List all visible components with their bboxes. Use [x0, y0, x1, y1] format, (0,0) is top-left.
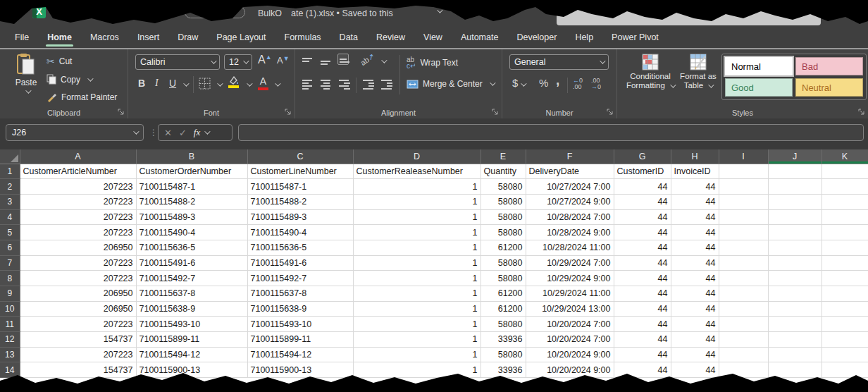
- column-header-A[interactable]: A: [20, 149, 136, 164]
- align-center-icon[interactable]: [321, 79, 332, 90]
- cell-I5[interactable]: [719, 225, 768, 240]
- align-top-icon[interactable]: [302, 56, 314, 67]
- cell-A14[interactable]: 154737: [20, 362, 136, 378]
- name-box[interactable]: J26: [6, 124, 144, 141]
- format-as-table-button[interactable]: Format asTable: [678, 54, 719, 90]
- cell-K8[interactable]: [822, 271, 868, 286]
- row-header-4[interactable]: 4: [0, 209, 20, 225]
- tab-automate[interactable]: Automate: [452, 28, 508, 48]
- cell-J4[interactable]: [768, 209, 822, 225]
- cell-A6[interactable]: 206950: [20, 240, 136, 255]
- chevron-down-icon[interactable]: [381, 57, 387, 63]
- cell-H9[interactable]: 44: [671, 286, 719, 302]
- cell-K10[interactable]: [822, 301, 868, 317]
- cell-K2[interactable]: [822, 179, 868, 195]
- dialog-launcher-icon[interactable]: [858, 109, 865, 116]
- cell-C9[interactable]: 7100115637-8: [247, 286, 353, 302]
- cell-K4[interactable]: [822, 209, 868, 225]
- row-header-14[interactable]: 14: [0, 362, 20, 378]
- cell-G2[interactable]: 44: [614, 179, 671, 195]
- cell-A1[interactable]: CustomerArticleNumber: [20, 164, 136, 179]
- cell-D9[interactable]: 1: [353, 286, 480, 302]
- cell-H12[interactable]: 44: [671, 332, 719, 348]
- currency-format-button[interactable]: $: [512, 77, 525, 89]
- cell-H13[interactable]: 44: [671, 347, 719, 362]
- cell-F9[interactable]: 10/29/2024 11:00: [526, 286, 614, 302]
- cell-F13[interactable]: 10/20/2024 9:00: [526, 347, 614, 362]
- increase-indent-icon[interactable]: [381, 79, 392, 90]
- cell-J6[interactable]: [768, 240, 822, 255]
- paste-button[interactable]: Paste: [10, 53, 42, 108]
- cell-G4[interactable]: 44: [614, 209, 671, 225]
- cell-H8[interactable]: 44: [671, 271, 719, 286]
- cell-B6[interactable]: 7100115636-5: [136, 240, 247, 255]
- tab-data[interactable]: Data: [330, 28, 367, 48]
- cell-B10[interactable]: 7100115638-9: [136, 301, 247, 317]
- cell-I3[interactable]: [719, 194, 768, 209]
- tab-macros[interactable]: Macros: [81, 28, 128, 48]
- cell-I2[interactable]: [719, 179, 768, 195]
- cell-D3[interactable]: 1: [353, 194, 480, 209]
- cell-B11[interactable]: 7100115493-10: [136, 317, 247, 332]
- cell-F5[interactable]: 10/28/2024 9:00: [526, 225, 614, 240]
- cell-C3[interactable]: 7100115488-2: [247, 194, 353, 209]
- cell-C8[interactable]: 7100115492-7: [247, 271, 353, 286]
- enter-icon[interactable]: ✓: [179, 128, 187, 138]
- cell-G12[interactable]: 44: [614, 332, 671, 348]
- cell-F7[interactable]: 10/29/2024 7:00: [526, 255, 614, 271]
- cell-K14[interactable]: [822, 362, 868, 378]
- tab-view[interactable]: View: [414, 28, 452, 48]
- tab-power-pivot[interactable]: Power Pivot: [602, 28, 668, 48]
- column-header-I[interactable]: I: [719, 149, 768, 164]
- cell-E11[interactable]: 58080: [480, 317, 526, 332]
- cell-E1[interactable]: Quantity: [480, 164, 526, 179]
- cell-C2[interactable]: 7100115487-1: [247, 179, 353, 195]
- cell-I13[interactable]: [719, 347, 768, 362]
- chevron-down-icon[interactable]: [183, 80, 189, 86]
- cell-H5[interactable]: 44: [671, 225, 719, 240]
- cell-C13[interactable]: 7100115494-12: [247, 347, 353, 362]
- column-header-J[interactable]: J: [768, 149, 822, 164]
- cell-F4[interactable]: 10/28/2024 7:00: [526, 209, 614, 225]
- tab-home[interactable]: Home: [38, 28, 81, 48]
- cell-I1[interactable]: [719, 164, 768, 179]
- cell-H10[interactable]: 44: [671, 301, 719, 317]
- cell-G9[interactable]: 44: [614, 286, 671, 302]
- cell-style-good[interactable]: Good: [725, 78, 793, 97]
- cell-B9[interactable]: 7100115637-8: [136, 286, 247, 302]
- cell-A5[interactable]: 207223: [20, 225, 136, 240]
- dialog-launcher-icon[interactable]: [285, 109, 292, 116]
- tab-file[interactable]: File: [6, 28, 38, 48]
- fill-color-button[interactable]: [228, 76, 240, 88]
- decrease-decimal-button[interactable]: .00→0: [591, 78, 601, 90]
- cell-D11[interactable]: 1: [353, 317, 480, 332]
- cell-H1[interactable]: InvoiceID: [671, 164, 719, 179]
- cell-D5[interactable]: 1: [353, 225, 480, 240]
- row-header-13[interactable]: 13: [0, 347, 20, 362]
- cell-B5[interactable]: 7100115490-4: [136, 225, 247, 240]
- cell-B4[interactable]: 7100115489-3: [136, 209, 247, 225]
- cell-C6[interactable]: 7100115636-5: [247, 240, 353, 255]
- cell-J14[interactable]: [768, 362, 822, 378]
- cell-B8[interactable]: 7100115492-7: [136, 271, 247, 286]
- cell-C14[interactable]: 7100115900-13: [247, 362, 353, 378]
- cell-J5[interactable]: [768, 225, 822, 240]
- merge-center-button[interactable]: Merge & Center: [407, 79, 494, 89]
- cell-J2[interactable]: [768, 179, 822, 195]
- column-header-G[interactable]: G: [614, 149, 671, 164]
- cell-F10[interactable]: 10/29/2024 13:00: [526, 301, 614, 317]
- cell-D4[interactable]: 1: [353, 209, 480, 225]
- dialog-launcher-icon[interactable]: [118, 109, 125, 116]
- cell-D8[interactable]: 1: [353, 271, 480, 286]
- cell-B1[interactable]: CustomerOrderNumber: [136, 164, 247, 179]
- number-format-combo[interactable]: General: [509, 54, 609, 70]
- cell-B7[interactable]: 7100115491-6: [136, 255, 247, 271]
- increase-decimal-button[interactable]: ←0.00: [573, 78, 583, 90]
- underline-button[interactable]: U: [169, 78, 176, 89]
- cell-B14[interactable]: 7100115900-13: [136, 362, 247, 378]
- dialog-launcher-icon[interactable]: [607, 109, 614, 116]
- cell-B12[interactable]: 7100115899-11: [136, 332, 247, 348]
- row-header-10[interactable]: 10: [0, 301, 20, 317]
- cell-I11[interactable]: [719, 317, 768, 332]
- cell-C1[interactable]: CustomerLineNumber: [247, 164, 353, 179]
